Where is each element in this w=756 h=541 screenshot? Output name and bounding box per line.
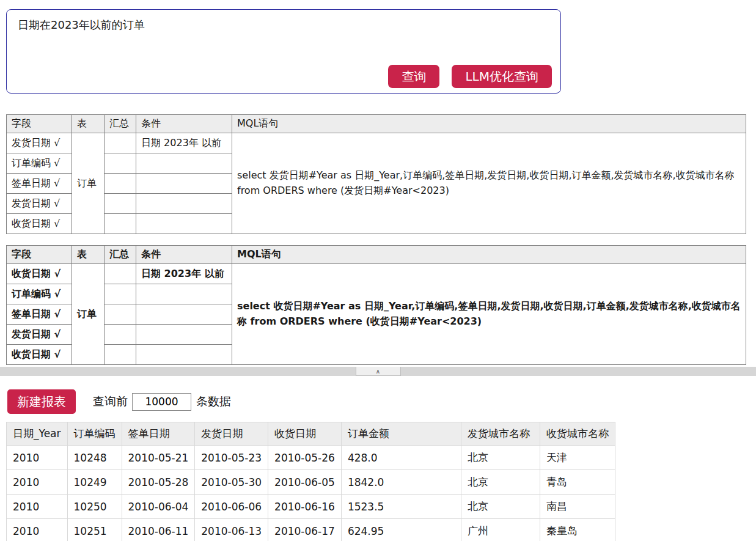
results-column-header: 收货日期 [268,422,342,446]
table-cell: 2010-06-11 [122,519,195,541]
summary-cell [105,345,136,365]
table-cell: 2010-05-21 [122,446,195,470]
mql-field-row: 收货日期 √订单日期 2023年 以前select 收货日期#Year as 日… [7,264,746,284]
mql-header-row: 字段表汇总条件MQL语句 [7,115,746,133]
table-cell: 北京 [461,495,540,519]
query-text: 日期在2023年以前的订单 [7,10,560,40]
field-name-cell: 发货日期 √ [7,133,72,153]
field-name-cell: 订单编码 √ [7,284,72,304]
table-name-cell: 订单 [72,264,105,365]
summary-cell [105,304,136,325]
mql-column-header: 表 [72,246,105,264]
mql-column-header: 条件 [136,246,232,264]
table-cell: 北京 [461,446,540,470]
table-cell: 2010-06-16 [268,495,342,519]
condition-cell [136,304,232,325]
summary-cell [105,133,136,153]
limit-prefix-label: 查询前 [93,394,128,410]
condition-cell [136,325,232,345]
table-cell: 2010-06-05 [268,470,342,495]
mql-statement-cell: select 发货日期#Year as 日期_Year,订单编码,签单日期,发货… [232,133,746,234]
mql-parse-table-2: 字段表汇总条件MQL语句收货日期 √订单日期 2023年 以前select 收货… [6,245,746,365]
results-column-header: 收货城市名称 [540,422,615,446]
query-buttons: 查询 LLM优化查询 [388,65,552,88]
results-column-header: 订单编码 [67,422,122,446]
table-cell: 2010-06-17 [268,519,342,541]
field-name-cell: 收货日期 √ [7,214,72,234]
field-name-cell: 签单日期 √ [7,174,72,194]
table-cell: 北京 [461,470,540,495]
table-cell: 青岛 [540,470,615,495]
field-name-cell: 发货日期 √ [7,325,72,345]
table-cell: 2010-06-13 [195,519,268,541]
table-cell: 天津 [540,446,615,470]
mql-column-header: MQL语句 [232,115,746,133]
table-row: 2010102492010-05-282010-05-302010-06-051… [7,470,615,495]
condition-cell [136,214,232,234]
table-cell: 2010-05-26 [268,446,342,470]
table-cell: 2010 [7,470,68,495]
results-table: 日期_Year订单编码签单日期发货日期收货日期订单金额发货城市名称收货城市名称2… [6,422,615,541]
mql-column-header: 表 [72,115,105,133]
nl-query-input[interactable]: 日期在2023年以前的订单 查询 LLM优化查询 [6,9,561,94]
mql-statement-cell: select 收货日期#Year as 日期_Year,订单编码,签单日期,发货… [232,264,746,365]
chevron-up-icon: ∧ [376,368,380,375]
results-column-header: 订单金额 [341,422,461,446]
table-name-cell: 订单 [72,133,105,234]
table-cell: 2010 [7,495,68,519]
table-cell: 2010 [7,519,68,541]
table-cell: 广州 [461,519,540,541]
table-cell: 南昌 [540,495,615,519]
table-cell: 2010 [7,446,68,470]
field-name-cell: 订单编码 √ [7,153,72,174]
field-name-cell: 收货日期 √ [7,264,72,284]
table-cell: 秦皇岛 [540,519,615,541]
condition-cell [136,174,232,194]
condition-cell: 日期 2023年 以前 [136,264,232,284]
table-cell: 10251 [67,519,122,541]
table-row: 2010102512010-06-112010-06-132010-06-176… [7,519,615,541]
table-cell: 10249 [67,470,122,495]
results-column-header: 签单日期 [122,422,195,446]
table-cell: 1842.0 [341,470,461,495]
mql-header-row: 字段表汇总条件MQL语句 [7,246,746,264]
summary-cell [105,214,136,234]
condition-cell [136,194,232,214]
summary-cell [105,194,136,214]
summary-cell [105,325,136,345]
mql-column-header: 汇总 [105,115,136,133]
condition-cell [136,284,232,304]
collapse-panel-handle[interactable]: ∧ [356,367,401,376]
table-cell: 2010-06-04 [122,495,195,519]
field-name-cell: 收货日期 √ [7,345,72,365]
new-report-button[interactable]: 新建报表 [7,389,76,414]
table-cell: 10248 [67,446,122,470]
results-column-header: 日期_Year [7,422,68,446]
table-row: 2010102482010-05-212010-05-232010-05-264… [7,446,615,470]
field-name-cell: 签单日期 √ [7,304,72,325]
summary-cell [105,264,136,284]
limit-suffix-label: 条数据 [196,394,231,410]
table-cell: 2010-05-30 [195,470,268,495]
row-limit-input[interactable] [132,393,191,411]
table-cell: 428.0 [341,446,461,470]
summary-cell [105,174,136,194]
results-column-header: 发货日期 [195,422,268,446]
llm-optimize-query-button[interactable]: LLM优化查询 [452,65,552,88]
mql-column-header: 汇总 [105,246,136,264]
app-page: 日期在2023年以前的订单 查询 LLM优化查询 字段表汇总条件MQL语句发货日… [0,0,756,541]
table-cell: 2010-05-28 [122,470,195,495]
table-cell: 2010-05-23 [195,446,268,470]
table-cell: 10250 [67,495,122,519]
condition-cell [136,345,232,365]
mql-column-header: MQL语句 [232,246,746,264]
mql-column-header: 字段 [7,246,72,264]
condition-cell [136,153,232,174]
condition-cell: 日期 2023年 以前 [136,133,232,153]
mql-parse-table-1: 字段表汇总条件MQL语句发货日期 √订单日期 2023年 以前select 发货… [6,114,746,234]
mql-column-header: 字段 [7,115,72,133]
mql-field-row: 发货日期 √订单日期 2023年 以前select 发货日期#Year as 日… [7,133,746,153]
summary-cell [105,153,136,174]
query-button[interactable]: 查询 [388,65,439,88]
mql-column-header: 条件 [136,115,232,133]
